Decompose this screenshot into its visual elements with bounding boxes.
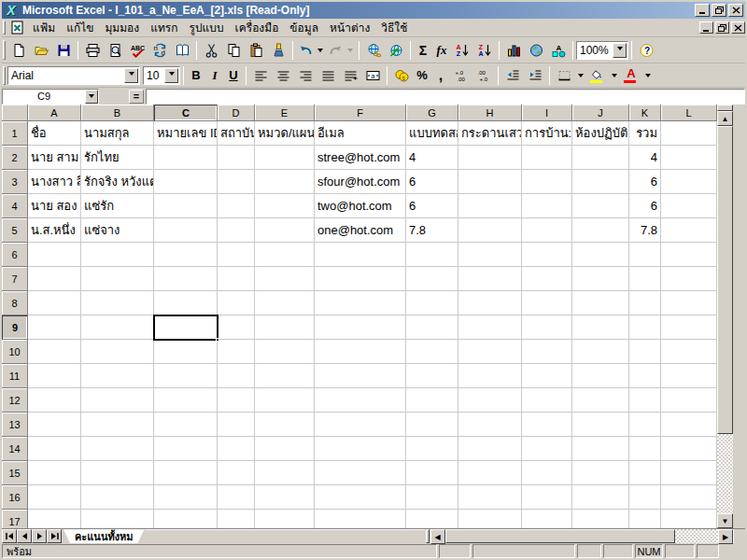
column-header-E[interactable]: E — [255, 105, 315, 121]
insert-hyperlink-button[interactable] — [362, 40, 385, 61]
cell-L16[interactable] — [661, 485, 717, 510]
cell-J10[interactable] — [572, 340, 629, 364]
row-header-17[interactable]: 17 — [2, 510, 28, 528]
tab-split-handle[interactable] — [426, 529, 430, 543]
row-header-16[interactable]: 16 — [2, 485, 28, 510]
split-box[interactable] — [717, 105, 733, 111]
cell-A10[interactable] — [28, 340, 81, 364]
cell-L15[interactable] — [661, 461, 717, 485]
cell-I9[interactable] — [522, 315, 572, 340]
cell-A7[interactable] — [28, 267, 81, 291]
cell-I7[interactable] — [522, 267, 572, 291]
cell-E15[interactable] — [255, 461, 315, 485]
cell-D3[interactable] — [218, 170, 255, 194]
cell-K17[interactable] — [629, 510, 661, 528]
cell-G9[interactable] — [406, 315, 458, 340]
cell-D11[interactable] — [218, 364, 255, 388]
redo-dropdown[interactable] — [345, 40, 356, 61]
row-header-10[interactable]: 10 — [2, 340, 28, 364]
cell-F10[interactable] — [315, 340, 406, 364]
cell-C12[interactable] — [154, 388, 218, 413]
align-center-button[interactable] — [272, 65, 294, 86]
cell-F17[interactable] — [315, 510, 406, 528]
cell-L9[interactable] — [661, 315, 717, 340]
save-button[interactable] — [52, 40, 75, 61]
cell-E2[interactable] — [255, 146, 315, 170]
menu-tools[interactable]: เครื่องมือ — [230, 17, 285, 38]
font-color-button[interactable]: A — [620, 65, 642, 86]
previous-sheet-button[interactable] — [17, 529, 32, 543]
cell-I13[interactable] — [522, 413, 572, 437]
cell-L17[interactable] — [661, 510, 717, 528]
row-header-6[interactable]: 6 — [2, 243, 28, 267]
horizontal-scroll-thumb[interactable] — [445, 529, 675, 543]
cell-C1[interactable]: หมายเลข ID — [154, 121, 218, 146]
cell-E16[interactable] — [255, 485, 315, 510]
cell-C9[interactable] — [154, 315, 218, 340]
menu-view[interactable]: มุมมอง — [99, 17, 145, 38]
cell-J16[interactable] — [572, 485, 629, 510]
cell-C6[interactable] — [154, 243, 218, 267]
cell-D4[interactable] — [218, 194, 255, 218]
cell-C3[interactable] — [154, 170, 218, 194]
cell-A9[interactable] — [28, 315, 81, 340]
column-header-H[interactable]: H — [458, 105, 522, 121]
cell-A5[interactable]: น.ส.หนึ่ง — [28, 218, 81, 243]
cell-B14[interactable] — [81, 437, 154, 461]
cell-J15[interactable] — [572, 461, 629, 485]
comma-button[interactable]: , — [431, 65, 450, 86]
cell-E4[interactable] — [255, 194, 315, 218]
cell-C7[interactable] — [154, 267, 218, 291]
cell-H10[interactable] — [458, 340, 522, 364]
cell-B7[interactable] — [81, 267, 154, 291]
cell-L7[interactable] — [661, 267, 717, 291]
restore-button[interactable] — [712, 4, 726, 17]
row-header-7[interactable]: 7 — [2, 267, 28, 291]
cell-K8[interactable] — [629, 291, 661, 315]
cell-F7[interactable] — [315, 267, 406, 291]
cell-B6[interactable] — [81, 243, 154, 267]
cell-K6[interactable] — [629, 243, 661, 267]
scroll-down-button[interactable]: ▼ — [717, 513, 733, 528]
cell-D12[interactable] — [218, 388, 255, 413]
cell-E17[interactable] — [255, 510, 315, 528]
menu-data[interactable]: ข้อมูล — [284, 17, 324, 38]
cell-K5[interactable]: 7.8 — [629, 218, 661, 243]
cell-A16[interactable] — [28, 485, 81, 510]
cell-G11[interactable] — [406, 364, 458, 388]
cell-C15[interactable] — [154, 461, 218, 485]
cell-J12[interactable] — [572, 388, 629, 413]
cell-K9[interactable] — [629, 315, 661, 340]
cell-A17[interactable] — [28, 510, 81, 528]
first-sheet-button[interactable] — [2, 529, 17, 543]
cell-F2[interactable]: stree@hot.com — [315, 146, 406, 170]
row-header-5[interactable]: 5 — [2, 218, 28, 243]
cell-F13[interactable] — [315, 413, 406, 437]
cell-L1[interactable] — [661, 121, 717, 146]
cell-G6[interactable] — [406, 243, 458, 267]
undo-button[interactable] — [296, 40, 315, 61]
cell-D2[interactable] — [218, 146, 255, 170]
cell-B8[interactable] — [81, 291, 154, 315]
spelling-button[interactable]: ABC — [126, 40, 148, 61]
map-button[interactable] — [525, 40, 547, 61]
cell-I5[interactable] — [522, 218, 572, 243]
new-button[interactable] — [7, 40, 30, 61]
cell-H9[interactable] — [458, 315, 522, 340]
cell-E13[interactable] — [255, 413, 315, 437]
row-header-3[interactable]: 3 — [2, 170, 28, 194]
scroll-right-button[interactable]: ▶ — [718, 529, 733, 544]
cell-K4[interactable]: 6 — [629, 194, 661, 218]
cell-I6[interactable] — [522, 243, 572, 267]
bold-button[interactable]: B — [187, 65, 205, 86]
cell-A2[interactable]: นาย สาม — [28, 146, 81, 170]
cell-C13[interactable] — [154, 413, 218, 437]
column-header-C[interactable]: C — [154, 105, 218, 121]
distributed-button[interactable] — [339, 65, 361, 86]
decrease-decimal-button[interactable]: .00+.0 — [472, 65, 495, 86]
cell-L8[interactable] — [661, 291, 717, 315]
row-header-11[interactable]: 11 — [2, 364, 28, 388]
cell-B15[interactable] — [81, 461, 154, 485]
cell-C10[interactable] — [154, 340, 218, 364]
menu-format[interactable]: รูปแบบ — [184, 17, 230, 38]
